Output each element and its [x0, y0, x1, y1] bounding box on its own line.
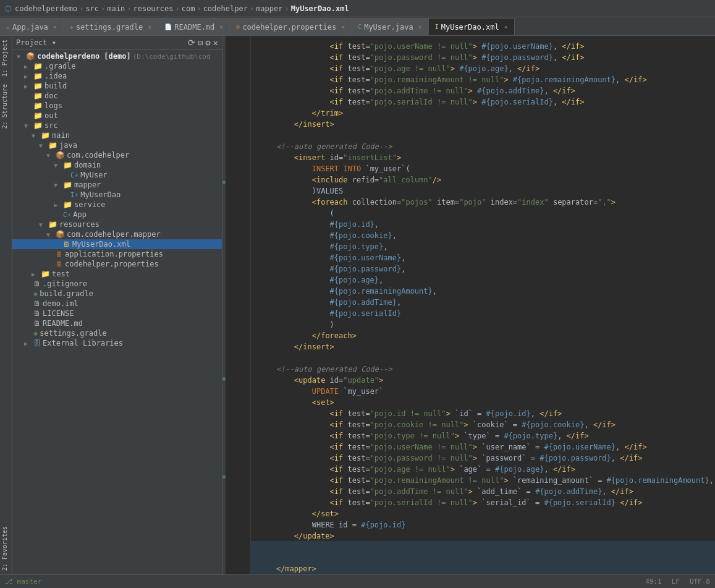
build-folder-icon: 📁 — [33, 82, 43, 90]
tree-build-gradle[interactable]: ◈ build.gradle — [12, 289, 222, 299]
ext-libs-icon: 🗄 — [33, 339, 41, 347]
breadcrumb-app: codehelperdemo — [15, 4, 77, 13]
vert-tab-structure[interactable]: 2: Structure — [0, 80, 12, 132]
tree-root-path: (D:\code\github\cod — [133, 53, 211, 61]
sidebar-sync-icon[interactable]: ⟳ — [188, 38, 195, 48]
git-branch: ⎇ master — [5, 577, 41, 586]
tab-app-java-label: App.java — [12, 23, 48, 32]
tree-app-label: App — [73, 210, 87, 219]
tree-codehelper-prop[interactable]: 🗎 codehelper.properties — [12, 259, 222, 269]
gradle-icon: ◈ — [70, 23, 74, 30]
tab-myuserdao-xml[interactable]: I MyUserDao.xml ✕ — [429, 18, 515, 35]
sidebar-toolbar-icons: ⟳ ⊟ ⚙ ✕ — [188, 38, 218, 48]
service-folder-icon: 📁 — [63, 200, 72, 209]
tree-gitignore[interactable]: 🗎 .gitignore — [12, 279, 222, 289]
line-numbers — [226, 36, 251, 574]
close-readme[interactable]: ✕ — [219, 23, 223, 30]
tree-out[interactable]: 📁 out — [12, 111, 222, 121]
logs-folder-icon: 📁 — [33, 101, 43, 110]
tab-myuser-java-label: MyUser.java — [364, 23, 413, 32]
tree-doc[interactable]: 📁 doc — [12, 91, 222, 101]
tree-main[interactable]: ▼ 📁 main — [12, 130, 222, 140]
vertical-tabs: 1: Project 2: Structure 2: Favorites — [0, 36, 12, 574]
xml-file-icon: 🗎 — [63, 240, 70, 249]
tree-ext-libs-label: External Libraries — [43, 339, 123, 347]
tree-myuserdao[interactable]: I⚡ MyUserDao — [12, 190, 222, 200]
tree-out-label: out — [44, 111, 58, 120]
tree-ext-libs[interactable]: ▶ 🗄 External Libraries — [12, 338, 222, 348]
tree-java-label: java — [59, 141, 77, 150]
sidebar-close-icon[interactable]: ✕ — [213, 38, 218, 48]
tree-idea[interactable]: ▶ 📁 .idea — [12, 71, 222, 81]
tab-readme[interactable]: 📄 README.md ✕ — [158, 18, 230, 35]
gitignore-icon: 🗎 — [33, 279, 41, 288]
tree-java[interactable]: ▼ 📁 java — [12, 140, 222, 150]
domain-arrow: ▼ — [54, 162, 61, 169]
tree-readme[interactable]: 🗎 README.md — [12, 318, 222, 328]
app-icon: ⬡ — [5, 4, 11, 13]
tree-app-prop[interactable]: 🗎 application.properties — [12, 249, 222, 259]
tree-doc-label: doc — [44, 92, 58, 100]
tree-readme-label: README.md — [43, 319, 83, 328]
tree-build-label: build — [44, 82, 67, 90]
sidebar-project-label: Project ▾ — [16, 38, 56, 47]
code-editor[interactable]: <if test="pojo.userName != null"> #{pojo… — [251, 36, 715, 574]
settings-gradle-icon: ◈ — [33, 329, 38, 338]
close-myuserdao-xml[interactable]: ✕ — [504, 23, 508, 30]
breadcrumb-codehelper: codehelper — [203, 4, 248, 13]
close-app-java[interactable]: ✕ — [53, 23, 57, 30]
tree-build[interactable]: ▶ 📁 build — [12, 81, 222, 91]
tab-codehelper-prop[interactable]: ⚙ codehelper.properties ✕ — [230, 18, 352, 35]
java-arrow: ▼ — [39, 142, 46, 149]
codehelper-prop-icon: 🗎 — [56, 260, 63, 268]
sidebar-header: Project ▾ ⟳ ⊟ ⚙ ✕ — [12, 36, 222, 50]
tree-myuser-label: MyUser — [80, 171, 107, 179]
out-folder-icon: 📁 — [33, 111, 43, 120]
cursor-position: 49:1 — [645, 577, 662, 586]
tree-myuser[interactable]: C⚡ MyUser — [12, 170, 222, 180]
src-arrow: ▼ — [24, 122, 32, 129]
close-myuser-java[interactable]: ✕ — [418, 23, 422, 30]
vert-tab-favorites[interactable]: 2: Favorites — [0, 522, 12, 574]
tree-resources[interactable]: ▼ 📁 resources — [12, 219, 222, 229]
tree-app[interactable]: C⚡ App — [12, 210, 222, 219]
myuser-java-icon: C⚡ — [70, 171, 78, 179]
sidebar-collapse-icon[interactable]: ⊟ — [198, 38, 203, 48]
tree-root[interactable]: ▼ 📦 codehelperdemo [demo] (D:\code\githu… — [12, 51, 222, 61]
tree-src[interactable]: ▼ 📁 src — [12, 121, 222, 130]
tree-test[interactable]: ▶ 📁 test — [12, 269, 222, 279]
tree-demo-iml[interactable]: 🗎 demo.iml — [12, 299, 222, 309]
gutter-mark3 — [222, 471, 226, 482]
close-codehelper-prop[interactable]: ✕ — [341, 23, 345, 30]
title-bar: ⬡ codehelperdemo › src › main › resource… — [0, 0, 715, 17]
status-bar: ⎇ master 49:1 LF UTF-8 — [0, 574, 715, 588]
tree-gradle[interactable]: ▶ 📁 .gradle — [12, 61, 222, 71]
close-settings-gradle[interactable]: ✕ — [148, 23, 151, 30]
com-folder-icon: 📦 — [56, 151, 65, 160]
breadcrumb-src: src — [85, 4, 99, 13]
project-tree: ▼ 📦 codehelperdemo [demo] (D:\code\githu… — [12, 50, 222, 574]
tree-com-codehelper[interactable]: ▼ 📦 com.codehelper — [12, 150, 222, 160]
tree-settings-gradle[interactable]: ◈ settings.gradle — [12, 328, 222, 338]
tab-app-java[interactable]: ☕ App.java ✕ — [0, 18, 64, 35]
tree-build-gradle-label: build.gradle — [40, 289, 93, 298]
tree-idea-label: .idea — [44, 72, 67, 80]
domain-folder-icon: 📁 — [63, 161, 72, 169]
breadcrumb-sep6: › — [250, 4, 254, 13]
tree-domain[interactable]: ▼ 📁 domain — [12, 160, 222, 170]
resources-arrow: ▼ — [39, 221, 46, 228]
sidebar-settings-icon[interactable]: ⚙ — [205, 38, 210, 48]
tree-myuserdao-xml[interactable]: 🗎 MyUserDao.xml — [12, 239, 222, 249]
sidebar: Project ▾ ⟳ ⊟ ⚙ ✕ ▼ 📦 codehelperdemo — [12, 36, 222, 574]
gradle-arrow: ▶ — [24, 63, 32, 70]
tab-settings-gradle[interactable]: ◈ settings.gradle ✕ — [64, 18, 158, 35]
tree-license[interactable]: 🗎 LICENSE — [12, 309, 222, 318]
tree-service[interactable]: ▶ 📁 service — [12, 200, 222, 210]
tree-logs[interactable]: 📁 logs — [12, 101, 222, 111]
tree-mapper[interactable]: ▼ 📁 mapper — [12, 180, 222, 190]
vert-tab-project[interactable]: 1: Project — [0, 36, 12, 80]
tree-mapper-pkg[interactable]: ▼ 📦 com.codehelper.mapper — [12, 229, 222, 239]
tab-myuser-java[interactable]: C MyUser.java ✕ — [352, 18, 429, 35]
tree-test-label: test — [52, 270, 70, 278]
java-folder-icon: 📁 — [48, 141, 57, 150]
